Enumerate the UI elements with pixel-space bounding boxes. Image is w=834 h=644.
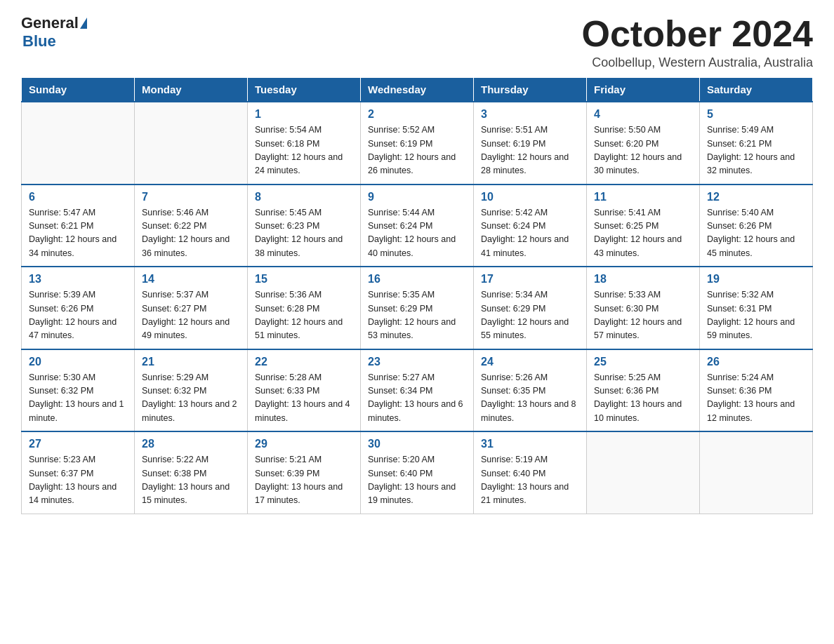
header-friday: Friday — [587, 78, 700, 102]
day-detail: Sunrise: 5:24 AM Sunset: 6:36 PM Dayligh… — [707, 371, 805, 426]
day-detail: Sunrise: 5:50 AM Sunset: 6:20 PM Dayligh… — [594, 123, 692, 178]
calendar-cell-3-1: 21Sunrise: 5:29 AM Sunset: 6:32 PM Dayli… — [135, 349, 248, 432]
calendar-cell-0-0 — [22, 102, 135, 185]
day-detail: Sunrise: 5:26 AM Sunset: 6:35 PM Dayligh… — [481, 371, 579, 426]
day-detail: Sunrise: 5:54 AM Sunset: 6:18 PM Dayligh… — [255, 123, 353, 178]
day-number: 31 — [481, 438, 579, 450]
day-detail: Sunrise: 5:36 AM Sunset: 6:28 PM Dayligh… — [255, 288, 353, 343]
calendar-cell-3-0: 20Sunrise: 5:30 AM Sunset: 6:32 PM Dayli… — [22, 349, 135, 432]
calendar-cell-1-3: 9Sunrise: 5:44 AM Sunset: 6:24 PM Daylig… — [361, 185, 474, 267]
day-detail: Sunrise: 5:23 AM Sunset: 6:37 PM Dayligh… — [29, 453, 127, 508]
day-detail: Sunrise: 5:51 AM Sunset: 6:19 PM Dayligh… — [481, 123, 579, 178]
header-wednesday: Wednesday — [361, 78, 474, 102]
page-header: General Blue October 2024 Coolbellup, We… — [21, 14, 813, 70]
location-subtitle: Coolbellup, Western Australia, Australia — [582, 55, 814, 70]
day-number: 24 — [481, 356, 579, 368]
day-number: 19 — [707, 273, 805, 286]
day-detail: Sunrise: 5:21 AM Sunset: 6:39 PM Dayligh… — [255, 453, 353, 508]
day-detail: Sunrise: 5:37 AM Sunset: 6:27 PM Dayligh… — [142, 288, 240, 343]
day-number: 10 — [481, 191, 579, 203]
week-row-2: 6Sunrise: 5:47 AM Sunset: 6:21 PM Daylig… — [22, 185, 813, 267]
calendar-cell-4-5 — [587, 431, 700, 514]
header-monday: Monday — [135, 78, 248, 102]
calendar-cell-1-0: 6Sunrise: 5:47 AM Sunset: 6:21 PM Daylig… — [22, 185, 135, 267]
day-detail: Sunrise: 5:52 AM Sunset: 6:19 PM Dayligh… — [368, 123, 466, 178]
day-number: 14 — [142, 273, 240, 286]
day-number: 30 — [368, 438, 466, 450]
day-number: 9 — [368, 191, 466, 203]
calendar-cell-0-2: 1Sunrise: 5:54 AM Sunset: 6:18 PM Daylig… — [248, 102, 361, 185]
day-number: 23 — [368, 356, 466, 368]
day-detail: Sunrise: 5:29 AM Sunset: 6:32 PM Dayligh… — [142, 371, 240, 426]
day-detail: Sunrise: 5:47 AM Sunset: 6:21 PM Dayligh… — [29, 206, 127, 261]
calendar-cell-2-2: 15Sunrise: 5:36 AM Sunset: 6:28 PM Dayli… — [248, 267, 361, 349]
day-number: 25 — [594, 356, 692, 368]
week-row-5: 27Sunrise: 5:23 AM Sunset: 6:37 PM Dayli… — [22, 431, 813, 514]
calendar-cell-0-3: 2Sunrise: 5:52 AM Sunset: 6:19 PM Daylig… — [361, 102, 474, 185]
header-tuesday: Tuesday — [248, 78, 361, 102]
day-detail: Sunrise: 5:41 AM Sunset: 6:25 PM Dayligh… — [594, 206, 692, 261]
day-detail: Sunrise: 5:35 AM Sunset: 6:29 PM Dayligh… — [368, 288, 466, 343]
calendar-cell-1-2: 8Sunrise: 5:45 AM Sunset: 6:23 PM Daylig… — [248, 185, 361, 267]
logo-general-text: General — [21, 14, 79, 32]
day-detail: Sunrise: 5:49 AM Sunset: 6:21 PM Dayligh… — [707, 123, 805, 178]
day-detail: Sunrise: 5:20 AM Sunset: 6:40 PM Dayligh… — [368, 453, 466, 508]
header-thursday: Thursday — [474, 78, 587, 102]
day-detail: Sunrise: 5:33 AM Sunset: 6:30 PM Dayligh… — [594, 288, 692, 343]
logo-blue-text: Blue — [22, 32, 88, 51]
calendar-cell-1-4: 10Sunrise: 5:42 AM Sunset: 6:24 PM Dayli… — [474, 185, 587, 267]
logo: General Blue — [21, 14, 88, 51]
day-number: 6 — [29, 191, 127, 203]
calendar-cell-4-4: 31Sunrise: 5:19 AM Sunset: 6:40 PM Dayli… — [474, 431, 587, 514]
calendar-cell-3-3: 23Sunrise: 5:27 AM Sunset: 6:34 PM Dayli… — [361, 349, 474, 432]
calendar-cell-0-6: 5Sunrise: 5:49 AM Sunset: 6:21 PM Daylig… — [700, 102, 813, 185]
calendar-cell-2-0: 13Sunrise: 5:39 AM Sunset: 6:26 PM Dayli… — [22, 267, 135, 349]
calendar-cell-2-3: 16Sunrise: 5:35 AM Sunset: 6:29 PM Dayli… — [361, 267, 474, 349]
day-number: 27 — [29, 438, 127, 450]
day-detail: Sunrise: 5:30 AM Sunset: 6:32 PM Dayligh… — [29, 371, 127, 426]
day-number: 11 — [594, 191, 692, 203]
day-detail: Sunrise: 5:22 AM Sunset: 6:38 PM Dayligh… — [142, 453, 240, 508]
calendar-cell-0-4: 3Sunrise: 5:51 AM Sunset: 6:19 PM Daylig… — [474, 102, 587, 185]
calendar-table: Sunday Monday Tuesday Wednesday Thursday… — [21, 77, 813, 514]
calendar-cell-2-4: 17Sunrise: 5:34 AM Sunset: 6:29 PM Dayli… — [474, 267, 587, 349]
calendar-cell-4-6 — [700, 431, 813, 514]
day-detail: Sunrise: 5:32 AM Sunset: 6:31 PM Dayligh… — [707, 288, 805, 343]
calendar-cell-3-2: 22Sunrise: 5:28 AM Sunset: 6:33 PM Dayli… — [248, 349, 361, 432]
calendar-cell-1-1: 7Sunrise: 5:46 AM Sunset: 6:22 PM Daylig… — [135, 185, 248, 267]
calendar-cell-4-1: 28Sunrise: 5:22 AM Sunset: 6:38 PM Dayli… — [135, 431, 248, 514]
calendar-cell-1-6: 12Sunrise: 5:40 AM Sunset: 6:26 PM Dayli… — [700, 185, 813, 267]
day-number: 13 — [29, 273, 127, 286]
logo-triangle-icon — [80, 18, 87, 29]
calendar-cell-4-3: 30Sunrise: 5:20 AM Sunset: 6:40 PM Dayli… — [361, 431, 474, 514]
week-row-4: 20Sunrise: 5:30 AM Sunset: 6:32 PM Dayli… — [22, 349, 813, 432]
calendar-cell-3-5: 25Sunrise: 5:25 AM Sunset: 6:36 PM Dayli… — [587, 349, 700, 432]
day-detail: Sunrise: 5:42 AM Sunset: 6:24 PM Dayligh… — [481, 206, 579, 261]
day-number: 16 — [368, 273, 466, 286]
calendar-cell-3-4: 24Sunrise: 5:26 AM Sunset: 6:35 PM Dayli… — [474, 349, 587, 432]
calendar-cell-4-0: 27Sunrise: 5:23 AM Sunset: 6:37 PM Dayli… — [22, 431, 135, 514]
day-number: 1 — [255, 108, 353, 121]
header-sunday: Sunday — [22, 78, 135, 102]
day-number: 8 — [255, 191, 353, 203]
day-number: 26 — [707, 356, 805, 368]
day-number: 28 — [142, 438, 240, 450]
day-number: 22 — [255, 356, 353, 368]
day-detail: Sunrise: 5:25 AM Sunset: 6:36 PM Dayligh… — [594, 371, 692, 426]
title-block: October 2024 Coolbellup, Western Austral… — [582, 14, 814, 70]
calendar-cell-0-1 — [135, 102, 248, 185]
day-number: 4 — [594, 108, 692, 121]
day-detail: Sunrise: 5:39 AM Sunset: 6:26 PM Dayligh… — [29, 288, 127, 343]
week-row-3: 13Sunrise: 5:39 AM Sunset: 6:26 PM Dayli… — [22, 267, 813, 349]
day-number: 21 — [142, 356, 240, 368]
day-number: 18 — [594, 273, 692, 286]
calendar-cell-2-5: 18Sunrise: 5:33 AM Sunset: 6:30 PM Dayli… — [587, 267, 700, 349]
day-detail: Sunrise: 5:27 AM Sunset: 6:34 PM Dayligh… — [368, 371, 466, 426]
day-detail: Sunrise: 5:40 AM Sunset: 6:26 PM Dayligh… — [707, 206, 805, 261]
day-detail: Sunrise: 5:19 AM Sunset: 6:40 PM Dayligh… — [481, 453, 579, 508]
calendar-cell-1-5: 11Sunrise: 5:41 AM Sunset: 6:25 PM Dayli… — [587, 185, 700, 267]
day-number: 29 — [255, 438, 353, 450]
week-row-1: 1Sunrise: 5:54 AM Sunset: 6:18 PM Daylig… — [22, 102, 813, 185]
day-number: 12 — [707, 191, 805, 203]
day-number: 5 — [707, 108, 805, 121]
